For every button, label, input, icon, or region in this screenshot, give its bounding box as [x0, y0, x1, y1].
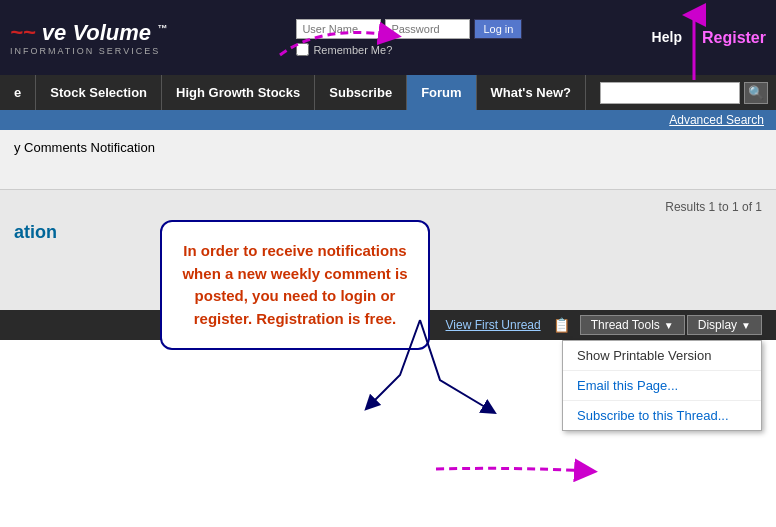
subscribe-arrow-annotation: [436, 449, 596, 489]
notification-text: In order to receive notifications when a…: [182, 242, 407, 327]
navbar: e Stock Selection High Growth Stocks Sub…: [0, 75, 776, 110]
bubble-arrow-annotation: [360, 320, 560, 440]
login-area: Log in Remember Me?: [296, 19, 522, 56]
search-button[interactable]: 🔍: [744, 82, 768, 104]
remember-me-checkbox[interactable]: [296, 43, 309, 56]
password-input[interactable]: [385, 19, 470, 39]
content-area: y Comments Notification: [0, 130, 776, 190]
search-input[interactable]: [600, 82, 740, 104]
nav-item-whats-new[interactable]: What's New?: [477, 75, 586, 110]
results-info: Results 1 to 1 of 1: [14, 200, 762, 214]
nav-item-home[interactable]: e: [0, 75, 36, 110]
nav-item-high-growth[interactable]: High Growth Stocks: [162, 75, 315, 110]
thread-tools-button[interactable]: Thread Tools ▼: [580, 315, 685, 335]
thread-tools-caret: ▼: [664, 320, 674, 331]
display-button[interactable]: Display ▼: [687, 315, 762, 335]
nav-item-subscribe[interactable]: Subscribe: [315, 75, 407, 110]
dropdown-item-email[interactable]: Email this Page...: [563, 371, 761, 401]
advanced-search-link[interactable]: Advanced Search: [669, 113, 764, 127]
subscribe-thread-link[interactable]: Subscribe to this Thread...: [577, 408, 729, 423]
logo-sub: INFORMATION SERVICES: [10, 46, 167, 56]
thread-tools-dropdown: Show Printable Version Email this Page..…: [562, 340, 762, 431]
display-label: Display: [698, 318, 737, 332]
nav-item-forum[interactable]: Forum: [407, 75, 476, 110]
logo-area: ~~ ve Volume ™ INFORMATION SERVICES: [10, 20, 167, 56]
header: ~~ ve Volume ™ INFORMATION SERVICES Log …: [0, 0, 776, 75]
nav-item-stock-selection[interactable]: Stock Selection: [36, 75, 162, 110]
register-link[interactable]: Register: [702, 29, 766, 47]
thread-tools-label: Thread Tools: [591, 318, 660, 332]
login-button[interactable]: Log in: [474, 19, 522, 39]
remember-me-label: Remember Me?: [313, 44, 392, 56]
dropdown-item-subscribe[interactable]: Subscribe to this Thread...: [563, 401, 761, 430]
logo-tm: ™: [157, 22, 167, 33]
dropdown-item-printable[interactable]: Show Printable Version: [563, 341, 761, 371]
search-area: 🔍: [592, 75, 776, 110]
email-page-link[interactable]: Email this Page...: [577, 378, 678, 393]
advanced-search-bar: Advanced Search: [0, 110, 776, 130]
display-caret: ▼: [741, 320, 751, 331]
help-link[interactable]: Help: [652, 29, 682, 47]
search-icon: 🔍: [748, 85, 764, 100]
content-title: y Comments Notification: [14, 140, 155, 155]
username-input[interactable]: [296, 19, 381, 39]
logo-main: ve Volume: [42, 20, 151, 45]
header-links: Help Register: [652, 29, 766, 47]
logo-accent: ~~: [10, 20, 36, 45]
logo-text: ~~ ve Volume ™: [10, 20, 167, 46]
main-area: Results 1 to 1 of 1 ation In order to re…: [0, 190, 776, 310]
